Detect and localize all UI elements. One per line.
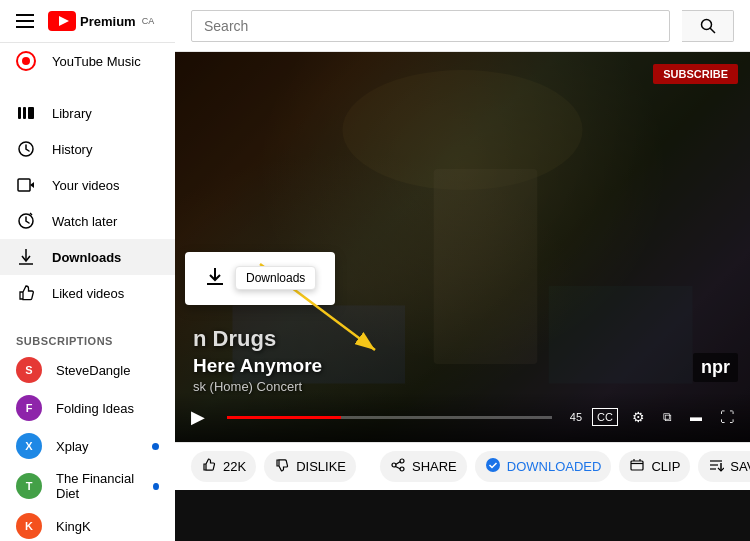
current-time: 45 (570, 411, 582, 423)
svg-point-3 (22, 57, 30, 65)
like-count: 22K (223, 459, 246, 474)
save-label: SAVE (730, 459, 750, 474)
history-icon (16, 139, 36, 159)
svg-rect-18 (434, 169, 538, 364)
video-player[interactable]: n Drugs Here Anymore sk (Home) Concert S… (175, 52, 750, 442)
theater-button[interactable]: ▬ (686, 406, 706, 428)
share-button[interactable]: SHARE (380, 451, 467, 482)
settings-button[interactable]: ⚙ (628, 405, 649, 429)
video-background: n Drugs Here Anymore sk (Home) Concert S… (175, 52, 750, 442)
watch-later-label: Watch later (52, 214, 117, 229)
clip-icon (629, 457, 645, 476)
subscribe-area: SUBSCRIBE (653, 64, 738, 84)
your-videos-icon (16, 175, 36, 195)
svg-rect-28 (631, 461, 643, 470)
band-overlay-text: n Drugs (193, 326, 276, 352)
financial-diet-label: The Financial Diet (56, 471, 139, 501)
subscribe-button[interactable]: SUBSCRIBE (653, 64, 738, 84)
sidebar-item-kingk[interactable]: K KingK (0, 507, 175, 541)
svg-rect-4 (18, 107, 21, 119)
topbar (175, 0, 750, 52)
search-box (191, 10, 670, 42)
fullscreen-button[interactable]: ⛶ (716, 405, 738, 429)
video-area: n Drugs Here Anymore sk (Home) Concert S… (175, 52, 750, 541)
xplay-notification-dot (152, 443, 159, 450)
folding-ideas-label: Folding Ideas (56, 401, 134, 416)
svg-point-27 (486, 458, 500, 472)
kingk-label: KingK (56, 519, 91, 534)
youtube-music-icon (16, 51, 36, 71)
dislike-button[interactable]: DISLIKE (264, 451, 356, 482)
financial-diet-notification-dot (153, 483, 159, 490)
thumbs-down-icon (274, 457, 290, 476)
financial-diet-avatar: T (16, 473, 42, 499)
your-videos-label: Your videos (52, 178, 119, 193)
progress-fill (227, 416, 341, 419)
main-content: n Drugs Here Anymore sk (Home) Concert S… (175, 0, 750, 541)
cc-button[interactable]: CC (592, 408, 618, 426)
sidebar-item-your-videos[interactable]: Your videos (0, 167, 175, 203)
miniplayer-button[interactable]: ⧉ (659, 406, 676, 428)
xplay-avatar: X (16, 433, 42, 459)
svg-rect-6 (28, 107, 34, 119)
clip-button[interactable]: CLIP (619, 451, 690, 482)
library-label: Library (52, 106, 92, 121)
sidebar-item-watch-later[interactable]: Watch later (0, 203, 175, 239)
clip-label: CLIP (651, 459, 680, 474)
sidebar-item-liked-videos[interactable]: Liked videos (0, 275, 175, 311)
like-button[interactable]: 22K (191, 451, 256, 482)
controls-bar: ▶ 45 CC ⚙ ⧉ ▬ ⛶ (175, 392, 750, 442)
downloaded-check-icon (485, 457, 501, 476)
svg-line-15 (710, 28, 715, 33)
stevedangle-label: SteveDangle (56, 363, 130, 378)
search-input[interactable] (204, 18, 657, 34)
downloaded-button[interactable]: DOWNLOADED (475, 451, 612, 482)
share-label: SHARE (412, 459, 457, 474)
play-button[interactable]: ▶ (187, 402, 209, 432)
nav-section: Library History Your videos Watch later … (0, 87, 175, 319)
downloaded-label: DOWNLOADED (507, 459, 602, 474)
folding-ideas-avatar: F (16, 395, 42, 421)
watch-later-icon (16, 211, 36, 231)
svg-line-25 (396, 462, 401, 465)
search-icon (699, 17, 717, 35)
xplay-label: Xplay (56, 439, 89, 454)
sidebar-item-stevedangle[interactable]: S SteveDangle (0, 351, 175, 389)
logo-area: Premium CA (48, 11, 154, 31)
thumbs-up-icon (201, 457, 217, 476)
progress-bar[interactable] (227, 416, 552, 419)
youtube-music-label: YouTube Music (52, 54, 141, 69)
liked-videos-icon (16, 283, 36, 303)
sidebar-item-financial-diet[interactable]: T The Financial Diet (0, 465, 175, 507)
sidebar-item-library[interactable]: Library (0, 95, 175, 131)
sidebar-header: Premium CA (0, 0, 175, 43)
video-title-overlay: Here Anymore (193, 355, 322, 377)
dislike-label: DISLIKE (296, 459, 346, 474)
sidebar: Premium CA YouTube Music Library History (0, 0, 175, 541)
premium-label: Premium (80, 14, 136, 29)
menu-button[interactable] (12, 10, 38, 32)
library-icon (16, 103, 36, 123)
sidebar-item-history[interactable]: History (0, 131, 175, 167)
svg-rect-8 (18, 179, 30, 191)
save-button[interactable]: SAVE (698, 451, 750, 482)
npr-logo: npr (693, 353, 738, 382)
share-icon (390, 457, 406, 476)
ca-badge: CA (142, 16, 155, 26)
action-bar: 22K DISLIKE SHARE DOWNLOADED (175, 442, 750, 490)
downloads-icon (16, 247, 36, 267)
liked-videos-label: Liked videos (52, 286, 124, 301)
time-display: 45 (570, 411, 582, 423)
search-button[interactable] (682, 10, 734, 42)
kingk-avatar: K (16, 513, 42, 539)
history-label: History (52, 142, 92, 157)
sidebar-item-xplay[interactable]: X Xplay (0, 427, 175, 465)
sidebar-item-downloads[interactable]: Downloads (0, 239, 175, 275)
sidebar-item-youtube-music[interactable]: YouTube Music (0, 43, 175, 79)
svg-rect-5 (23, 107, 26, 119)
sidebar-item-folding-ideas[interactable]: F Folding Ideas (0, 389, 175, 427)
subscriptions-header: SUBSCRIPTIONS (0, 327, 175, 351)
save-icon (708, 457, 724, 476)
svg-rect-20 (549, 286, 693, 384)
stevedangle-avatar: S (16, 357, 42, 383)
